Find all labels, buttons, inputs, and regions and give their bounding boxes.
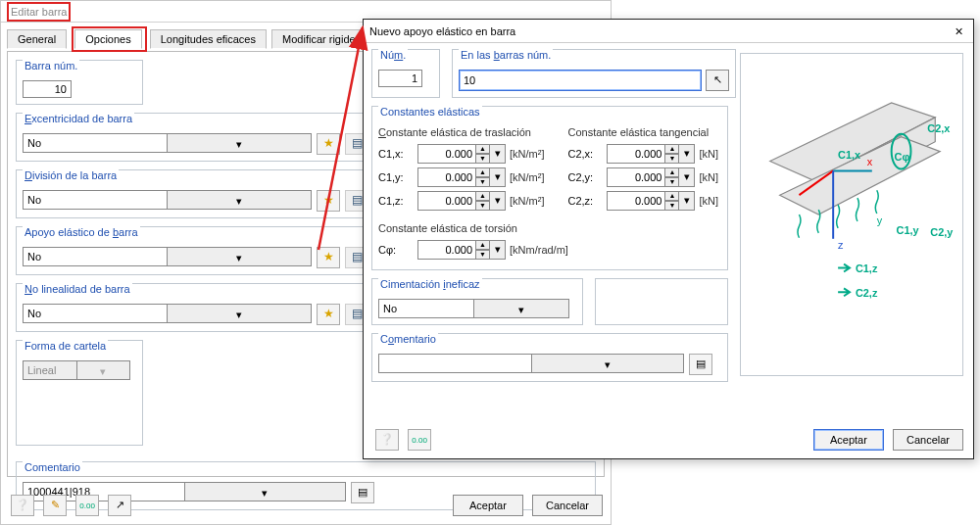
c1y-spin[interactable]: ▲▼▾: [417, 167, 506, 187]
star-icon: ★: [323, 307, 334, 320]
cursor-icon: ↗: [116, 499, 124, 510]
tab-rigidez[interactable]: Modificar rigidez: [271, 29, 371, 49]
c2y-row: C2,y: ▲▼▾ [kN]: [567, 167, 721, 187]
dropdown-icon[interactable]: ▾: [679, 191, 695, 211]
bars-input[interactable]: [459, 70, 702, 91]
svg-text:C2,y: C2,y: [930, 226, 953, 238]
c1x-unit: [kN/m²]: [510, 148, 544, 160]
constantes-title: Constantes elásticas: [378, 106, 482, 118]
footer-icons: ❔ ✎ 0.00 ↗: [9, 495, 135, 516]
dropdown-icon[interactable]: ▾: [490, 240, 506, 260]
apoyo-value: No: [23, 247, 167, 266]
new-nolin-button[interactable]: ★: [317, 304, 340, 325]
tab-opciones[interactable]: Opciones: [74, 29, 141, 49]
c2y-spin[interactable]: ▲▼▾: [607, 167, 695, 187]
chevron-down-icon: ▾: [167, 133, 312, 153]
constantes-group: Constantes elásticas Constante elástica …: [371, 106, 728, 270]
dropdown-icon[interactable]: ▾: [490, 191, 506, 211]
c1x-spin[interactable]: ▲▼▾: [417, 144, 506, 164]
tang-head: Constante elástica tangencial: [567, 126, 721, 138]
note-icon: ✎: [51, 499, 60, 510]
chevron-down-icon: ▾: [76, 360, 131, 380]
nolin-select[interactable]: No▾: [23, 304, 312, 323]
barra-num-group: Barra núm.: [16, 60, 143, 105]
c1x-row: C1,x: ▲▼▾ [kN/m²]: [378, 144, 544, 164]
apoyo-select[interactable]: No▾: [23, 247, 312, 266]
dlg-pick-comment-button[interactable]: ▤: [689, 354, 712, 375]
num-input[interactable]: [378, 70, 422, 87]
dlg-comentario-group: Comentario ▾ ▤: [371, 333, 728, 382]
c1y-unit: [kN/m²]: [510, 171, 544, 183]
pick-bars-button[interactable]: ↖: [706, 70, 729, 91]
c2z-spin[interactable]: ▲▼▾: [607, 191, 695, 211]
c1x-label: C1,x:: [378, 148, 414, 160]
tab-general[interactable]: General: [7, 29, 67, 49]
dlg-units-button[interactable]: 0.00: [408, 429, 431, 451]
help-button[interactable]: ❔: [11, 495, 34, 516]
picker-icon: ↖: [713, 73, 722, 85]
dlg-footer-icons: ❔ 0.00: [373, 429, 435, 451]
edit-icon: ▤: [352, 193, 363, 207]
chevron-down-icon: ▾: [184, 482, 347, 501]
cimentacion-title: Cimentación ineficaz: [378, 278, 482, 290]
forma-value: Lineal: [23, 360, 76, 380]
svg-text:x: x: [867, 156, 873, 167]
c1z-row: C1,z: ▲▼▾ [kN/m²]: [378, 191, 544, 211]
pick-comment-button[interactable]: ▤: [351, 482, 374, 503]
svg-text:C1,x: C1,x: [838, 150, 860, 162]
dropdown-icon[interactable]: ▾: [679, 144, 695, 164]
cimentacion-select[interactable]: No▾: [378, 299, 569, 318]
dlg-help-button[interactable]: ❔: [375, 429, 399, 451]
dlg-accept-button[interactable]: Aceptar: [813, 429, 884, 451]
bars-group: En las barras núm. ↖: [452, 49, 736, 98]
dlg-cancel-button[interactable]: Cancelar: [893, 429, 963, 451]
forma-title: Forma de cartela: [23, 340, 108, 352]
chevron-down-icon: ▾: [167, 304, 312, 323]
cancel-button[interactable]: Cancelar: [532, 495, 603, 516]
c1y-label: C1,y:: [378, 171, 414, 183]
tab-longitudes[interactable]: Longitudes eficaces: [150, 29, 267, 49]
dropdown-icon[interactable]: ▾: [490, 167, 506, 187]
svg-text:C1,z: C1,z: [856, 262, 878, 274]
c2z-row: C2,z: ▲▼▾ [kN]: [567, 191, 721, 211]
c2x-row: C2,x: ▲▼▾ [kN]: [567, 144, 721, 164]
c1z-unit: [kN/m²]: [510, 195, 544, 207]
window-title: Editar barra: [7, 2, 71, 22]
chevron-down-icon: ▾: [167, 247, 312, 266]
new-apoyo-button[interactable]: ★: [317, 247, 340, 268]
chevron-down-icon: ▾: [531, 354, 685, 373]
dialog-body: Núm. En las barras núm. ↖ Constantes elá…: [364, 43, 736, 396]
new-excentricidad-button[interactable]: ★: [317, 133, 340, 155]
c2x-spin[interactable]: ▲▼▾: [607, 144, 695, 164]
num-title: Núm.: [378, 49, 408, 61]
help-icon: ❔: [380, 433, 394, 445]
c2y-unit: [kN]: [699, 171, 718, 183]
note-button[interactable]: ✎: [43, 495, 67, 516]
dropdown-icon[interactable]: ▾: [679, 167, 695, 187]
star-icon: ★: [323, 250, 334, 263]
dropdown-icon[interactable]: ▾: [490, 144, 506, 164]
excentricidad-select[interactable]: No▾: [23, 133, 312, 153]
new-division-button[interactable]: ★: [317, 190, 340, 212]
c1z-spin[interactable]: ▲▼▾: [417, 191, 506, 211]
nolin-value: No: [23, 304, 167, 323]
edit-icon: ▤: [352, 136, 363, 150]
list-icon: ▤: [696, 358, 706, 369]
dlg-comentario-select[interactable]: ▾: [378, 354, 684, 373]
c1z-label: C1,z:: [378, 195, 414, 207]
units-button[interactable]: 0.00: [75, 495, 99, 516]
dialog-title: Nuevo apoyo elástico en barra: [369, 25, 515, 37]
accept-button[interactable]: Aceptar: [453, 495, 523, 516]
division-select[interactable]: No▾: [23, 190, 312, 210]
bars-title: En las barras núm.: [459, 49, 553, 61]
apply-to-button[interactable]: ↗: [108, 495, 131, 516]
cphi-row: Cφ: ▲▼▾ [kNm/rad/m]: [378, 240, 721, 260]
dlg-buttons: Aceptar Cancelar: [808, 429, 963, 451]
cphi-spin[interactable]: ▲▼▾: [417, 240, 506, 260]
chevron-down-icon: ▾: [167, 190, 312, 210]
close-button[interactable]: ✕: [951, 20, 967, 43]
barra-num-input[interactable]: [23, 80, 72, 98]
edit-icon: ▤: [352, 307, 363, 320]
cphi-unit: [kNm/rad/m]: [510, 244, 568, 256]
dialog-titlebar: Nuevo apoyo elástico en barra ✕: [364, 20, 973, 43]
